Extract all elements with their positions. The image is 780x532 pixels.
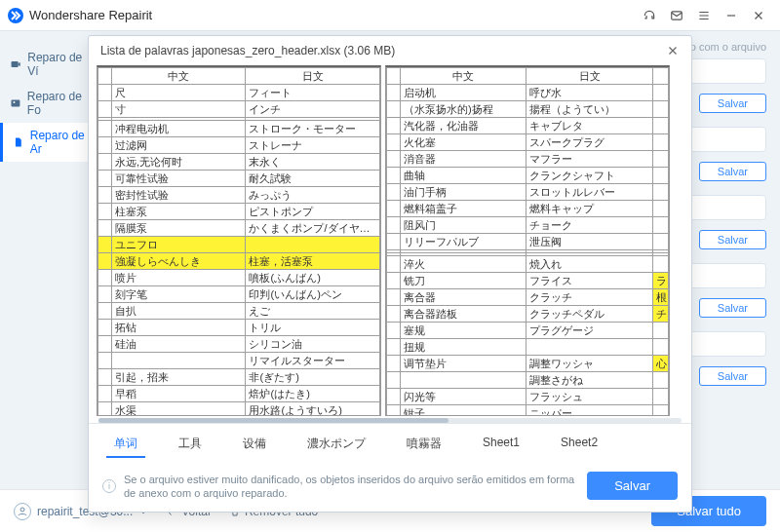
table-header: 日文 — [246, 68, 379, 85]
table-cell — [652, 389, 668, 405]
table-cell — [386, 168, 400, 184]
table-cell — [386, 234, 400, 250]
table-cell — [98, 85, 112, 101]
table-cell: トリル — [246, 320, 379, 336]
table-row: 钳子ニッパー — [386, 405, 668, 417]
table-cell: ニッパー — [526, 405, 652, 417]
sidebar: Reparo de Ví Reparo de Fo Reparo de Ar — [0, 31, 98, 501]
table-cell: 可靠性试验 — [112, 171, 246, 187]
table-cell — [98, 101, 112, 118]
sidebar-label: Reparo de Fo — [27, 90, 88, 117]
sidebar-item-video[interactable]: Reparo de Ví — [0, 45, 98, 84]
table-cell: キャブレタ — [526, 118, 652, 134]
file-save-button[interactable]: Salvar — [699, 94, 766, 113]
file-save-button[interactable]: Salvar — [699, 162, 766, 181]
table-row: 启动机呼び水 — [386, 85, 668, 101]
table-cell: リマイルスターター — [246, 353, 379, 369]
table-cell — [652, 234, 668, 250]
table-row: 硅油シリコン油 — [98, 336, 380, 353]
menu-icon[interactable] — [690, 2, 718, 29]
table-cell: プラグゲージ — [526, 323, 652, 339]
avatar-icon — [14, 503, 31, 520]
table-row: 扭规 — [386, 339, 668, 356]
table-cell: 油门手柄 — [400, 184, 526, 201]
table-cell — [386, 151, 400, 168]
table-cell: フライス — [526, 273, 652, 289]
table-cell: 呼び水 — [526, 85, 652, 101]
sheet-tab[interactable]: 噴霧器 — [399, 432, 449, 458]
table-row: 曲轴クランクシャフト — [386, 168, 668, 184]
table-cell: シリコン油 — [246, 336, 379, 353]
minimize-icon[interactable] — [718, 2, 745, 29]
table-cell: 扭规 — [400, 339, 526, 356]
table-row: 铣刀フライスラ — [386, 273, 668, 289]
table-row: 火化塞スパークプラグ — [386, 134, 668, 151]
sheet-tab[interactable]: Sheet2 — [553, 432, 605, 458]
table-cell — [98, 220, 112, 237]
table-cell: 过滤网 — [112, 137, 246, 154]
table-cell: 阻风门 — [400, 217, 526, 234]
table-cell — [98, 320, 112, 336]
table-row: 闪光等フラッシュ — [386, 389, 668, 405]
sheet-tab[interactable]: 濃水ポンプ — [299, 432, 373, 458]
table-cell: 水渠 — [112, 402, 246, 417]
sheet-tab[interactable]: 工具 — [171, 432, 210, 458]
table-row: 水渠用水路(ようすいろ) — [98, 402, 380, 417]
table-cell: ストレーナ — [246, 137, 379, 154]
table-cell — [112, 353, 246, 369]
table-cell: フラッシュ — [526, 389, 652, 405]
table-cell — [652, 323, 668, 339]
mail-icon[interactable] — [663, 2, 690, 29]
table-cell: 揚程（ようてい） — [526, 101, 652, 118]
table-cell: 非(ぎたす) — [246, 369, 379, 386]
table-row: 刻字笔印判(いんばん)ペン — [98, 286, 380, 303]
preview-modal: Lista de palavras japonesas_zero_header.… — [88, 35, 692, 513]
table-cell: 塞规 — [400, 323, 526, 339]
sidebar-label: Reparo de Ví — [27, 51, 88, 78]
file-save-button[interactable]: Salvar — [699, 230, 766, 249]
app-logo — [8, 8, 23, 23]
table-row: 柱塞泵ピストポンプ — [98, 204, 380, 220]
file-save-button[interactable]: Salvar — [699, 366, 766, 386]
table-row: 隔膜泵かくまくポンプ/ダイヤフラームポンプ — [98, 220, 380, 237]
table-row: 自扒えご — [98, 303, 380, 320]
table-cell: 硅油 — [112, 336, 246, 353]
table-row: （水泵扬水的)扬程揚程（ようてい） — [386, 101, 668, 118]
table-header — [98, 68, 112, 85]
table-row: 消音器マフラー — [386, 151, 668, 168]
sheet-tab[interactable]: 设備 — [235, 432, 274, 458]
svg-rect-1 — [12, 61, 19, 67]
table-cell — [98, 253, 112, 270]
table-cell — [652, 256, 668, 273]
modal-save-button[interactable]: Salvar — [587, 472, 678, 500]
table-cell: 末永く — [246, 154, 379, 171]
table-cell — [386, 85, 400, 101]
table-row: 強凝しらべんしき柱塞，活塞泵 — [98, 253, 380, 270]
horizontal-scrollbar[interactable] — [98, 418, 682, 423]
table-cell — [98, 137, 112, 154]
table-row: 冲程电动机ストローク・モーター — [98, 121, 380, 137]
modal-title: Lista de palavras japonesas_zero_header.… — [100, 44, 395, 57]
table-cell: 早稻 — [112, 386, 246, 402]
close-icon[interactable] — [745, 2, 772, 29]
table-cell: 柱塞泵 — [112, 204, 246, 220]
table-row: 密封性试验みっぷう — [98, 187, 380, 204]
sidebar-item-file[interactable]: Reparo de Ar — [0, 123, 98, 162]
table-cell — [98, 386, 112, 402]
modal-close-icon[interactable] — [666, 44, 680, 57]
sheet-tab[interactable]: Sheet1 — [475, 432, 527, 458]
headset-icon[interactable] — [636, 2, 663, 29]
file-save-button[interactable]: Salvar — [699, 298, 766, 318]
sidebar-item-photo[interactable]: Reparo de Fo — [0, 84, 98, 123]
table-cell — [246, 237, 379, 253]
table-row: 喷片噴板(ふんばん) — [98, 270, 380, 286]
sheet-tab[interactable]: 单词 — [106, 432, 145, 458]
table-cell: 调节垫片 — [400, 356, 526, 372]
table-cell — [98, 237, 112, 253]
table-cell: かくまくポンプ/ダイヤフラームポンプ — [246, 220, 379, 237]
table-cell: マフラー — [526, 151, 652, 168]
svg-point-3 — [13, 101, 15, 103]
table-cell: 燃料箱盖子 — [400, 201, 526, 217]
table-row: 調整さがね — [386, 372, 668, 389]
table-cell — [98, 121, 112, 137]
